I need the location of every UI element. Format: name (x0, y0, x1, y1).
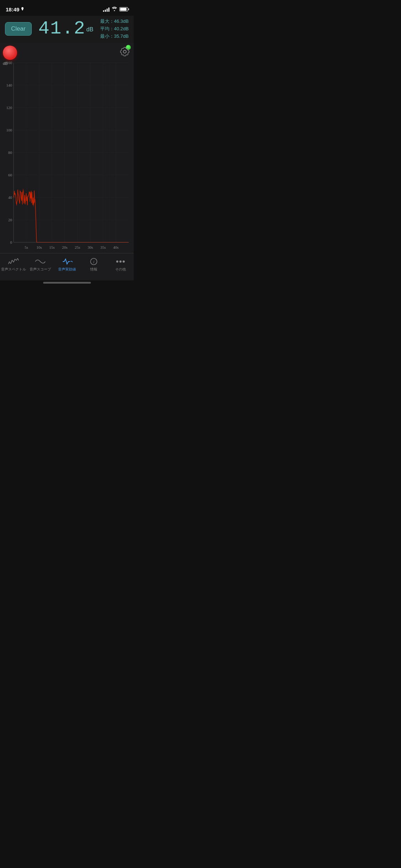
battery-fill (120, 8, 127, 11)
tab-rms[interactable]: 音声実効値 (53, 256, 80, 273)
avg-stat: 平均：40.2dB (100, 25, 129, 33)
db-value: 41.2 (38, 18, 86, 39)
status-bar: 18:49 (0, 0, 134, 16)
tab-scope-label: 音声スコープ (30, 267, 51, 272)
signal-bars (103, 7, 109, 12)
spectrum-icon (8, 258, 19, 265)
tab-more[interactable]: その他 (107, 256, 134, 273)
settings-button[interactable] (119, 46, 131, 58)
tab-scope[interactable]: 音声スコープ (27, 256, 53, 273)
tab-rms-label: 音声実効値 (58, 267, 76, 272)
tab-spectrum[interactable]: 音声スペクトル (0, 256, 27, 273)
db-display: 41.2dB (36, 20, 96, 38)
rms-icon (61, 258, 73, 265)
header: Clear 41.2dB 最大：46.3dB 平均：40.2dB 最小：35.7… (0, 16, 134, 43)
tab-info[interactable]: i 情報 (80, 256, 107, 273)
signal-bar-4 (108, 7, 109, 12)
tab-bar: 音声スペクトル 音声スコープ 音声実効値 i 情報 その他 (0, 253, 134, 280)
svg-text:i: i (93, 260, 94, 264)
db-unit: dB (86, 26, 93, 32)
gear-icon (120, 47, 130, 57)
db-axis-label: dB (3, 61, 7, 66)
scope-icon (35, 258, 46, 265)
home-indicator (43, 282, 91, 284)
status-time: 18:49 (6, 6, 24, 12)
signal-bar-2 (105, 10, 106, 12)
svg-point-3 (119, 260, 122, 263)
info-icon: i (90, 258, 98, 265)
chart-container: dB (0, 43, 134, 253)
time-display: 18:49 (6, 6, 19, 12)
tab-spectrum-label: 音声スペクトル (1, 267, 26, 272)
max-stat: 最大：46.3dB (100, 18, 129, 25)
wifi-icon (112, 7, 117, 12)
svg-point-2 (116, 260, 118, 263)
chart-canvas (0, 43, 134, 253)
battery-icon (119, 7, 128, 11)
status-icons (103, 7, 128, 12)
location-icon (21, 7, 24, 11)
clear-button[interactable]: Clear (5, 22, 32, 36)
signal-bar-3 (107, 9, 108, 12)
signal-bar-1 (103, 10, 104, 12)
chart-header (0, 44, 134, 60)
more-icon (115, 258, 126, 265)
db-stats: 最大：46.3dB 平均：40.2dB 最小：35.7dB (100, 18, 129, 40)
record-button[interactable] (3, 46, 17, 60)
svg-point-4 (123, 260, 125, 263)
min-stat: 最小：35.7dB (100, 33, 129, 40)
tab-info-label: 情報 (90, 267, 97, 272)
tab-more-label: その他 (115, 267, 126, 272)
